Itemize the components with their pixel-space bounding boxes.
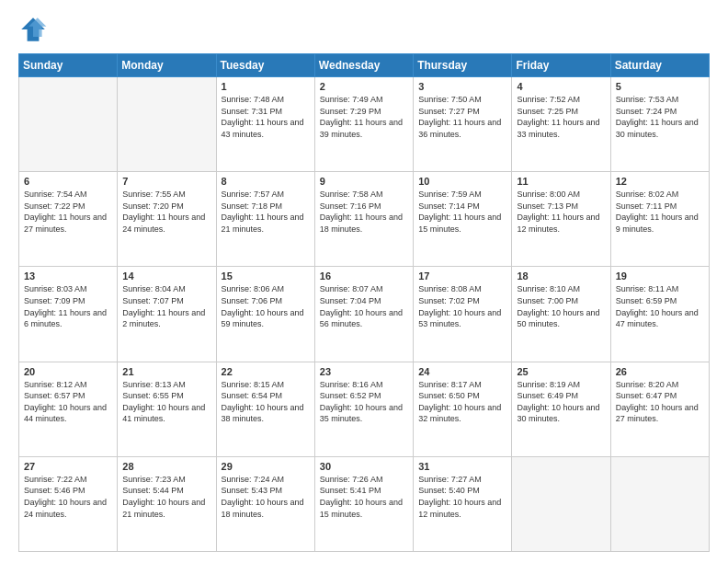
day-cell: 14 Sunrise: 8:04 AMSunset: 7:07 PMDaylig… <box>118 267 216 362</box>
day-number: 17 <box>418 270 506 282</box>
day-info: Sunrise: 8:04 AMSunset: 7:07 PMDaylight:… <box>122 283 210 329</box>
day-info: Sunrise: 7:57 AMSunset: 7:18 PMDaylight:… <box>222 189 310 235</box>
day-cell: 12 Sunrise: 8:02 AMSunset: 7:11 PMDaylig… <box>610 172 709 267</box>
day-info: Sunrise: 7:22 AMSunset: 5:46 PMDaylight:… <box>24 474 112 520</box>
day-number: 2 <box>320 81 408 92</box>
day-number: 13 <box>24 270 112 282</box>
day-number: 10 <box>418 176 506 187</box>
day-info: Sunrise: 7:54 AMSunset: 7:22 PMDaylight:… <box>24 189 112 235</box>
day-cell <box>610 456 709 551</box>
day-cell: 15 Sunrise: 8:06 AMSunset: 7:06 PMDaylig… <box>216 267 314 362</box>
day-cell: 4 Sunrise: 7:52 AMSunset: 7:25 PMDayligh… <box>512 77 610 172</box>
day-info: Sunrise: 7:53 AMSunset: 7:24 PMDaylight:… <box>616 94 704 140</box>
day-info: Sunrise: 8:02 AMSunset: 7:11 PMDaylight:… <box>616 189 704 235</box>
day-info: Sunrise: 7:23 AMSunset: 5:44 PMDaylight:… <box>122 474 210 520</box>
day-cell: 3 Sunrise: 7:50 AMSunset: 7:27 PMDayligh… <box>414 77 512 172</box>
logo <box>18 15 51 44</box>
day-info: Sunrise: 8:17 AMSunset: 6:50 PMDaylight:… <box>418 379 506 425</box>
day-cell: 18 Sunrise: 8:10 AMSunset: 7:00 PMDaylig… <box>512 267 610 362</box>
calendar-table: SundayMondayTuesdayWednesdayThursdayFrid… <box>18 53 710 552</box>
day-info: Sunrise: 8:15 AMSunset: 6:54 PMDaylight:… <box>222 379 310 425</box>
day-info: Sunrise: 8:16 AMSunset: 6:52 PMDaylight:… <box>320 379 408 425</box>
day-number: 7 <box>122 176 210 187</box>
day-cell: 26 Sunrise: 8:20 AMSunset: 6:47 PMDaylig… <box>610 362 709 456</box>
day-cell: 23 Sunrise: 8:16 AMSunset: 6:52 PMDaylig… <box>314 362 413 456</box>
day-number: 14 <box>122 270 210 282</box>
day-cell: 19 Sunrise: 8:11 AMSunset: 6:59 PMDaylig… <box>610 267 709 362</box>
day-info: Sunrise: 8:03 AMSunset: 7:09 PMDaylight:… <box>24 283 112 329</box>
day-number: 8 <box>222 176 310 187</box>
weekday-header-saturday: Saturday <box>610 54 709 77</box>
day-info: Sunrise: 7:49 AMSunset: 7:29 PMDaylight:… <box>320 94 408 140</box>
day-number: 9 <box>320 176 408 187</box>
day-number: 23 <box>320 366 408 377</box>
week-row-0: 1 Sunrise: 7:48 AMSunset: 7:31 PMDayligh… <box>19 77 710 172</box>
day-info: Sunrise: 8:00 AMSunset: 7:13 PMDaylight:… <box>517 189 605 235</box>
day-number: 5 <box>616 81 704 92</box>
day-info: Sunrise: 7:48 AMSunset: 7:31 PMDaylight:… <box>222 94 310 140</box>
day-info: Sunrise: 8:20 AMSunset: 6:47 PMDaylight:… <box>616 379 704 425</box>
page: SundayMondayTuesdayWednesdayThursdayFrid… <box>0 0 728 563</box>
day-number: 18 <box>517 270 605 282</box>
day-info: Sunrise: 8:07 AMSunset: 7:04 PMDaylight:… <box>320 283 408 329</box>
weekday-header-sunday: Sunday <box>19 54 118 77</box>
day-info: Sunrise: 7:55 AMSunset: 7:20 PMDaylight:… <box>122 189 210 235</box>
day-number: 6 <box>24 176 112 187</box>
day-cell <box>19 77 118 172</box>
day-info: Sunrise: 8:11 AMSunset: 6:59 PMDaylight:… <box>616 283 704 329</box>
week-row-4: 27 Sunrise: 7:22 AMSunset: 5:46 PMDaylig… <box>19 456 710 551</box>
day-number: 27 <box>24 461 112 472</box>
week-row-2: 13 Sunrise: 8:03 AMSunset: 7:09 PMDaylig… <box>19 267 710 362</box>
day-number: 21 <box>122 366 210 377</box>
day-cell: 27 Sunrise: 7:22 AMSunset: 5:46 PMDaylig… <box>19 456 118 551</box>
day-number: 31 <box>418 461 506 472</box>
weekday-header-wednesday: Wednesday <box>314 54 413 77</box>
day-number: 19 <box>616 270 704 282</box>
day-cell: 20 Sunrise: 8:12 AMSunset: 6:57 PMDaylig… <box>19 362 118 456</box>
day-cell: 1 Sunrise: 7:48 AMSunset: 7:31 PMDayligh… <box>216 77 314 172</box>
day-number: 24 <box>418 366 506 377</box>
day-number: 16 <box>320 270 408 282</box>
day-cell: 5 Sunrise: 7:53 AMSunset: 7:24 PMDayligh… <box>610 77 709 172</box>
day-info: Sunrise: 7:27 AMSunset: 5:40 PMDaylight:… <box>418 474 506 520</box>
day-number: 26 <box>616 366 704 377</box>
day-cell: 10 Sunrise: 7:59 AMSunset: 7:14 PMDaylig… <box>414 172 512 267</box>
day-info: Sunrise: 7:52 AMSunset: 7:25 PMDaylight:… <box>517 94 605 140</box>
day-cell <box>118 77 216 172</box>
day-info: Sunrise: 7:24 AMSunset: 5:43 PMDaylight:… <box>222 474 310 520</box>
day-info: Sunrise: 8:06 AMSunset: 7:06 PMDaylight:… <box>222 283 310 329</box>
day-cell: 7 Sunrise: 7:55 AMSunset: 7:20 PMDayligh… <box>118 172 216 267</box>
weekday-header-row: SundayMondayTuesdayWednesdayThursdayFrid… <box>19 54 710 77</box>
weekday-header-thursday: Thursday <box>414 54 512 77</box>
day-info: Sunrise: 8:12 AMSunset: 6:57 PMDaylight:… <box>24 379 112 425</box>
day-number: 11 <box>517 176 605 187</box>
day-cell: 28 Sunrise: 7:23 AMSunset: 5:44 PMDaylig… <box>118 456 216 551</box>
day-number: 28 <box>122 461 210 472</box>
day-cell: 6 Sunrise: 7:54 AMSunset: 7:22 PMDayligh… <box>19 172 118 267</box>
day-cell: 9 Sunrise: 7:58 AMSunset: 7:16 PMDayligh… <box>314 172 413 267</box>
day-info: Sunrise: 8:08 AMSunset: 7:02 PMDaylight:… <box>418 283 506 329</box>
day-number: 22 <box>222 366 310 377</box>
weekday-header-monday: Monday <box>118 54 216 77</box>
day-cell: 25 Sunrise: 8:19 AMSunset: 6:49 PMDaylig… <box>512 362 610 456</box>
day-number: 1 <box>222 81 310 92</box>
weekday-header-friday: Friday <box>512 54 610 77</box>
week-row-1: 6 Sunrise: 7:54 AMSunset: 7:22 PMDayligh… <box>19 172 710 267</box>
weekday-header-tuesday: Tuesday <box>216 54 314 77</box>
day-cell: 30 Sunrise: 7:26 AMSunset: 5:41 PMDaylig… <box>314 456 413 551</box>
week-row-3: 20 Sunrise: 8:12 AMSunset: 6:57 PMDaylig… <box>19 362 710 456</box>
day-cell: 13 Sunrise: 8:03 AMSunset: 7:09 PMDaylig… <box>19 267 118 362</box>
day-number: 12 <box>616 176 704 187</box>
day-cell: 11 Sunrise: 8:00 AMSunset: 7:13 PMDaylig… <box>512 172 610 267</box>
day-cell: 22 Sunrise: 8:15 AMSunset: 6:54 PMDaylig… <box>216 362 314 456</box>
logo-icon <box>18 15 48 44</box>
day-info: Sunrise: 7:59 AMSunset: 7:14 PMDaylight:… <box>418 189 506 235</box>
day-cell: 29 Sunrise: 7:24 AMSunset: 5:43 PMDaylig… <box>216 456 314 551</box>
day-cell: 24 Sunrise: 8:17 AMSunset: 6:50 PMDaylig… <box>414 362 512 456</box>
day-cell: 2 Sunrise: 7:49 AMSunset: 7:29 PMDayligh… <box>314 77 413 172</box>
day-info: Sunrise: 7:50 AMSunset: 7:27 PMDaylight:… <box>418 94 506 140</box>
day-info: Sunrise: 7:26 AMSunset: 5:41 PMDaylight:… <box>320 474 408 520</box>
day-number: 30 <box>320 461 408 472</box>
day-cell: 16 Sunrise: 8:07 AMSunset: 7:04 PMDaylig… <box>314 267 413 362</box>
day-cell: 8 Sunrise: 7:57 AMSunset: 7:18 PMDayligh… <box>216 172 314 267</box>
